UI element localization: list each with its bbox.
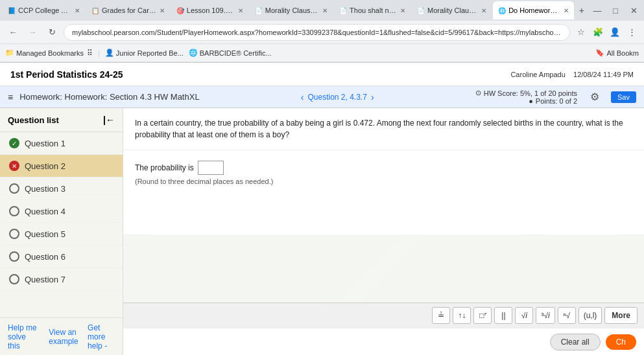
bookmark-junior[interactable]: 👤 Junior Reported Be...	[105, 49, 184, 57]
tab-label: Thou shalt not: Cat	[350, 6, 398, 14]
math-btn-superscript[interactable]: ↑↓	[453, 307, 471, 324]
math-btn-fraction[interactable]: ≟	[432, 307, 450, 324]
tab-homework[interactable]: 🌐 Do Homework · Sect ✕	[493, 1, 574, 19]
main-content: Question list |← ✓ Question 1 ✕ Question…	[0, 108, 644, 355]
homework-title: Homework: Homework: Section 4.3 HW MathX…	[19, 92, 199, 102]
tab-close-icon[interactable]: ✕	[322, 7, 328, 14]
apps-icon: ⠿	[87, 49, 93, 58]
tab-close-icon[interactable]: ✕	[75, 7, 80, 14]
question-item-6[interactable]: Question 6	[0, 246, 123, 268]
collapse-icon[interactable]: |←	[103, 115, 115, 125]
tab-label: CCP College Algebra	[18, 6, 72, 14]
bookmark-barbicide[interactable]: 🌐 BARBCIDE® Certific...	[189, 49, 272, 57]
person-icon: 👤	[105, 49, 114, 57]
tab-lesson[interactable]: 🎯 Lesson 109.01 Wig ✕	[171, 1, 248, 19]
tab-college-algebra[interactable]: 📘 CCP College Algebra ✕	[3, 1, 85, 19]
new-tab-button[interactable]: +	[575, 3, 588, 18]
profile-icon[interactable]: 👤	[608, 25, 622, 40]
more-math-button[interactable]: More	[604, 307, 638, 324]
hw-score-area: ⊙ HW Score: 5%, 1 of 20 points ● Points:…	[475, 89, 577, 105]
clear-all-button[interactable]: Clear all	[550, 334, 601, 350]
tab-icon: 🌐	[498, 7, 506, 14]
tab-close-icon[interactable]: ✕	[160, 7, 165, 14]
check-answer-button[interactable]: Ch	[606, 334, 636, 350]
bookmark-managed[interactable]: 📁 Managed Bookmarks ⠿	[5, 49, 93, 58]
question-list-title: Question list	[8, 115, 59, 125]
username: Caroline Ampadu	[510, 71, 565, 78]
question-list-sidebar: Question list |← ✓ Question 1 ✕ Question…	[0, 108, 123, 355]
question-text: In a certain country, the true probabili…	[123, 108, 644, 150]
question-background	[123, 235, 644, 303]
math-toolbar: ≟ ↑↓ □ʳ || √i ³√i ⁿ√ (u,l) More	[123, 303, 644, 328]
tab-morality2[interactable]: 📄 Morality Clauses · G ✕	[412, 1, 492, 19]
points-line: ● Points: 0 of 2	[529, 97, 577, 105]
bookmark-label: Managed Bookmarks	[16, 49, 84, 57]
toolbar-icons: ☆ 🧩 👤 ⋮	[574, 25, 639, 40]
question-item-2[interactable]: ✕ Question 2	[0, 155, 123, 178]
math-btn-interval[interactable]: (u,l)	[578, 307, 602, 324]
error-icon-2: ✕	[9, 161, 19, 171]
score-icon: ⊙	[475, 89, 481, 97]
tab-morality1[interactable]: 📄 Morality Clauses · Go ✕	[250, 1, 333, 19]
maximize-button[interactable]: □	[608, 3, 623, 18]
hw-score-line: ⊙ HW Score: 5%, 1 of 20 points	[475, 89, 577, 97]
datetime: 12/08/24 11:49 PM	[573, 71, 634, 78]
more-help-button[interactable]: Get more help -	[88, 323, 115, 350]
answer-input[interactable]	[198, 161, 224, 175]
bottom-actions: Clear all Ch	[123, 328, 644, 355]
math-btn-sqrt[interactable]: √i	[515, 307, 533, 324]
tab-close-icon[interactable]: ✕	[564, 7, 569, 14]
bookmark-star-icon[interactable]: ☆	[574, 25, 588, 40]
address-input[interactable]	[64, 24, 570, 41]
close-window-button[interactable]: ✕	[626, 3, 641, 18]
hamburger-icon[interactable]: ≡	[8, 92, 13, 102]
tab-close-icon[interactable]: ✕	[238, 7, 243, 14]
circle-icon-4	[9, 206, 19, 216]
page-header: 1st Period Statistics 24-25 Caroline Amp…	[0, 63, 644, 86]
math-btn-absolute[interactable]: ||	[494, 307, 512, 324]
back-button[interactable]: ←	[5, 25, 21, 40]
circle-icon-7	[9, 274, 19, 284]
settings-icon[interactable]: ⚙	[590, 91, 599, 103]
math-btn-nth-root[interactable]: ⁿ√	[558, 307, 576, 324]
tab-close-icon[interactable]: ✕	[481, 7, 486, 14]
hw-score-label: HW Score: 5%, 1 of 20 points	[484, 89, 577, 97]
save-button[interactable]: Sav	[611, 91, 636, 103]
browser-chrome: 📘 CCP College Algebra ✕ 📋 Grades for Car…	[0, 0, 644, 63]
extensions-icon[interactable]: 🧩	[591, 25, 605, 40]
next-question-button[interactable]: ›	[371, 92, 374, 102]
question-item-5[interactable]: Question 5	[0, 223, 123, 246]
question-item-3[interactable]: Question 3	[0, 178, 123, 200]
answer-prompt: The probability is	[135, 163, 194, 172]
question-label-1: Question 1	[25, 139, 66, 148]
bookmarks-bar: 📁 Managed Bookmarks ⠿ | 👤 Junior Reporte…	[0, 44, 644, 62]
menu-icon[interactable]: ⋮	[625, 25, 639, 40]
prev-question-button[interactable]: ‹	[301, 92, 304, 102]
minimize-button[interactable]: —	[590, 3, 605, 18]
globe-icon: 🌐	[189, 49, 198, 57]
question-item-4[interactable]: Question 4	[0, 200, 123, 223]
question-label-4: Question 4	[25, 207, 66, 216]
tab-icon: 📄	[255, 7, 263, 14]
math-btn-root[interactable]: □ʳ	[473, 307, 492, 324]
tab-grades[interactable]: 📋 Grades for Caroline A ✕	[86, 1, 170, 19]
circle-icon-5	[9, 229, 19, 239]
points-dot-icon: ●	[529, 97, 533, 105]
answer-line: The probability is	[135, 161, 632, 175]
help-solve-button[interactable]: Help me solve this	[8, 323, 40, 350]
question-item-1[interactable]: ✓ Question 1	[0, 132, 123, 155]
view-example-button[interactable]: View an example	[49, 328, 78, 346]
address-bar: ← → ↻ ☆ 🧩 👤 ⋮	[0, 21, 644, 44]
points-label: Points: 0 of 2	[536, 97, 577, 105]
question-nav: ‹ Question 2, 4.3.7 ›	[301, 92, 374, 102]
tab-shalt[interactable]: 📄 Thou shalt not: Cat ✕	[334, 1, 411, 19]
tab-icon: 📄	[339, 7, 347, 14]
bookmark-label: Junior Reported Be...	[116, 49, 184, 57]
math-btn-cube-root[interactable]: ³√i	[536, 307, 555, 324]
reload-button[interactable]: ↻	[44, 25, 60, 40]
forward-button[interactable]: →	[25, 25, 40, 40]
tab-label: Grades for Caroline A	[102, 6, 157, 14]
question-item-7[interactable]: Question 7	[0, 268, 123, 291]
tab-close-icon[interactable]: ✕	[400, 7, 405, 14]
all-bookmarks-button[interactable]: 🔖 All Bookm	[595, 49, 639, 57]
